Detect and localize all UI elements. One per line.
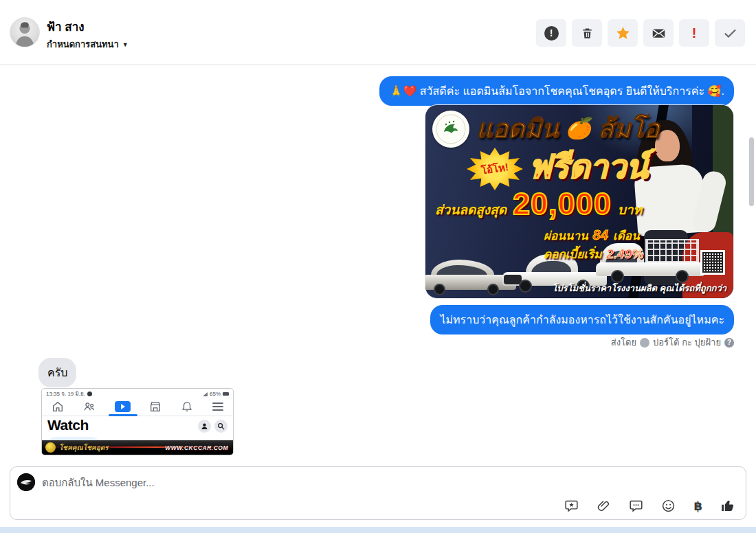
emoji-icon[interactable] — [661, 499, 676, 513]
phone-status-bar: 13:35 จ. 19 มิ.ย. 65% — [42, 389, 233, 398]
priority-button[interactable]: ! — [679, 19, 709, 47]
promo-interest-value: 2.49% — [606, 247, 643, 262]
promo-installment-value: 84 — [593, 227, 608, 243]
dealer-logo-icon — [432, 111, 469, 148]
contact-avatar[interactable] — [10, 17, 40, 47]
notifications-bell-icon — [181, 400, 193, 413]
pomelo-fruit-icon: 🍊 — [566, 116, 591, 140]
promo-burst-text: โอ้โห! — [480, 159, 510, 179]
search-icon — [214, 420, 227, 433]
like-thumb-icon[interactable] — [720, 499, 735, 513]
watch-page-title: Watch — [47, 417, 89, 433]
messenger-conversation-window: ฟ้า สาง กำหนดการสนทนา ▼ ! — [0, 0, 756, 533]
promo-headline: ฟรีดาวน์ — [529, 141, 648, 192]
outgoing-message-bubble: 🙏❤️ สวัสดีค่ะ แอดมินส้มโอจากโชคคุณโชคอุด… — [379, 76, 734, 106]
video-banner: โชคคุณโชคอุดร WWW.CKCCAR.COM — [42, 440, 233, 455]
bottom-notification-strip — [0, 527, 756, 533]
page-avatar — [17, 473, 35, 491]
watch-header-row: Watch — [42, 416, 233, 437]
outgoing-message-text: ไม่ทราบว่าคุณลูกค้ากำลังมองหารถไว้ใช้งาน… — [440, 314, 724, 326]
promo-interest-line: ดอกเบี้ยเริ่ม 2.49% — [544, 245, 643, 263]
conversation-header: ฟ้า สาง กำหนดการสนทนา ▼ ! — [0, 0, 756, 65]
comment-icon[interactable] — [629, 499, 643, 513]
incoming-message-text: ครับ — [47, 367, 67, 378]
friends-icon — [83, 400, 96, 413]
marketplace-icon — [149, 400, 162, 413]
promo-installment-label: ผ่อนนาน — [544, 226, 588, 245]
scrollbar-thumb[interactable] — [749, 137, 754, 206]
contact-name: ฟ้า สาง — [47, 17, 85, 36]
person-portrait-icon — [10, 18, 39, 47]
incoming-message-bubble: ครับ — [38, 358, 76, 387]
conversation-menu[interactable]: กำหนดการสนทนา ▼ — [47, 37, 129, 52]
banner-logo-icon — [45, 442, 56, 453]
delete-button[interactable] — [572, 19, 602, 47]
promo-installment-line: ผ่อนนาน 84 เดือน — [544, 226, 640, 245]
outgoing-message-text: 🙏❤️ สวัสดีค่ะ แอดมินส้มโอจากโชคคุณโชคอุด… — [389, 85, 724, 97]
mark-unread-envelope-icon — [652, 26, 666, 41]
menu-hamburger-icon — [212, 402, 223, 411]
promo-discount-label: ส่วนลดสูงสุด — [435, 199, 507, 220]
conversation-menu-label: กำหนดการสนทนา — [47, 37, 119, 52]
mark-done-button[interactable] — [715, 19, 745, 47]
promo-discount-line: ส่วนลดสูงสุด 20,000 บาท — [435, 186, 642, 222]
chevron-down-icon: ▼ — [122, 41, 129, 48]
follow-up-button[interactable] — [608, 19, 638, 47]
sent-by-status: ส่งโดย ปอร์โต้ กะ ปุยฝ้าย ? — [611, 335, 734, 350]
phone-battery-percent: 65% — [210, 391, 221, 397]
promo-discount-amount: 20,000 — [513, 186, 612, 222]
sender-avatar-icon — [640, 338, 649, 348]
facebook-nav-bar — [42, 398, 233, 416]
qr-code-icon — [700, 250, 725, 275]
sent-by-name: ปอร์โต้ กะ ปุยฝ้าย — [653, 335, 721, 350]
watch-tab-icon — [115, 401, 131, 412]
promo-footer-caption: โปรโมชั่นราคาโรงงานผลิต คุณได้รถที่ถูกกว… — [552, 281, 726, 295]
trash-icon — [581, 27, 594, 40]
composer-actions: ฿ — [564, 499, 735, 513]
help-question-icon[interactable]: ? — [724, 338, 734, 348]
profile-icon — [198, 420, 211, 433]
report-circle-exclamation-icon: ! — [544, 26, 559, 41]
home-icon — [52, 400, 64, 413]
priority-exclamation-icon: ! — [692, 25, 697, 41]
outgoing-message-bubble: ไม่ทราบว่าคุณลูกค้ากำลังมองหารถไว้ใช้งาน… — [430, 305, 734, 334]
reply-input[interactable] — [42, 473, 523, 492]
conversation-toolbar: ! ! — [536, 19, 745, 47]
mark-unread-button[interactable] — [643, 19, 674, 47]
sent-by-label: ส่งโดย — [611, 335, 636, 350]
promo-image-attachment[interactable]: แอดมิน 🍊 ส้มโอ โอ้โห! ฟรีดาวน์ ส่วนลดสูง… — [425, 104, 734, 299]
promo-interest-label: ดอกเบี้ยเริ่ม — [544, 245, 601, 263]
promo-starburst: โอ้โห! — [467, 148, 523, 190]
saved-replies-icon[interactable] — [564, 499, 579, 513]
data-saver-icon — [87, 392, 92, 396]
banner-url-text: WWW.CKCCAR.COM — [165, 444, 228, 451]
promo-discount-unit: บาท — [618, 199, 642, 220]
signal-icon — [203, 392, 208, 396]
report-button[interactable]: ! — [536, 19, 566, 47]
battery-icon — [223, 392, 229, 396]
attachment-paperclip-icon[interactable] — [597, 499, 611, 513]
phone-screenshot-attachment[interactable]: 13:35 จ. 19 มิ.ย. 65% — [41, 388, 234, 455]
star-icon — [615, 25, 631, 41]
payment-baht-icon[interactable]: ฿ — [693, 500, 702, 512]
mark-done-check-icon — [723, 26, 737, 41]
reply-composer: ฿ — [10, 466, 746, 520]
banner-brand-text: โชคคุณโชคอุดร — [59, 442, 109, 453]
promo-installment-unit: เดือน — [613, 226, 640, 245]
